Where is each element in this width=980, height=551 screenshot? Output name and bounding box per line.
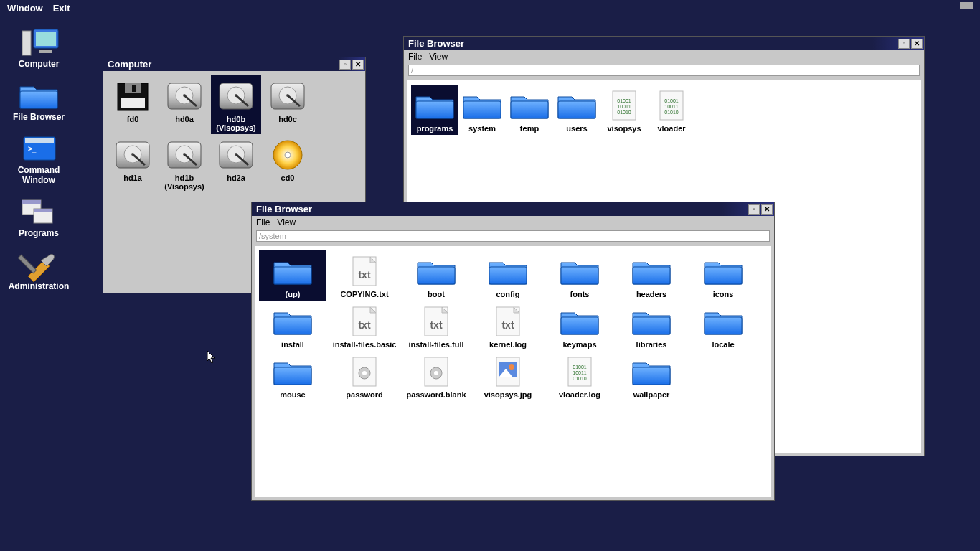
minimize-button[interactable]: ▫ <box>748 204 760 215</box>
item-kernel-log[interactable]: kernel.log <box>474 301 542 351</box>
folder-icon <box>555 87 599 123</box>
label: programs <box>417 124 453 133</box>
label: hd1b (Visopsys) <box>159 174 209 191</box>
label: COPYING.txt <box>340 290 388 298</box>
binfile-icon <box>649 87 694 123</box>
desktop-administration[interactable]: Administration <box>5 245 73 296</box>
label: Command Window <box>5 165 73 185</box>
menu-view[interactable]: View <box>429 52 448 62</box>
item-install-files-basic[interactable]: install-files.basic <box>331 301 398 351</box>
taskbar-minimize-icon[interactable] <box>960 2 973 9</box>
address-bar[interactable]: /system <box>256 230 770 242</box>
item-icons[interactable]: icons <box>689 250 757 301</box>
folder-icon <box>557 303 602 339</box>
binfile-icon <box>557 353 602 389</box>
item-system[interactable]: system <box>458 85 506 135</box>
label: install-files.full <box>408 340 463 349</box>
item-visopsys[interactable]: visopsys <box>600 85 648 135</box>
folder-icon <box>629 353 674 389</box>
item-hd0c[interactable]: hd0c <box>263 75 313 134</box>
item-headers[interactable]: headers <box>618 250 685 301</box>
close-button[interactable]: ✕ <box>761 204 773 215</box>
item-boot[interactable]: boot <box>402 250 470 301</box>
close-button[interactable]: ✕ <box>911 39 923 49</box>
item-hd0a[interactable]: hd0a <box>159 75 209 134</box>
img-icon <box>486 353 530 389</box>
cd-icon <box>265 136 310 172</box>
hdd-icon <box>214 136 258 172</box>
item-wallpaper[interactable]: wallpaper <box>618 351 685 401</box>
minimize-button[interactable]: ▫ <box>339 60 351 70</box>
label: install-files.basic <box>333 340 397 349</box>
desktop-programs[interactable]: Programs <box>5 192 73 242</box>
menu-window[interactable]: Window <box>7 3 43 14</box>
label: temp <box>520 124 539 133</box>
hdd-icon <box>214 77 258 113</box>
item-users[interactable]: users <box>553 85 600 135</box>
item-libraries[interactable]: libraries <box>618 301 685 351</box>
txt-icon <box>414 303 458 339</box>
txt-icon <box>342 303 387 339</box>
desktop-file-browser[interactable]: File Browser <box>5 76 73 126</box>
item-hd0b-visopsys-[interactable]: hd0b (Visopsys) <box>211 75 261 134</box>
item-visopsys-jpg[interactable]: visopsys.jpg <box>474 351 542 401</box>
titlebar[interactable]: File Browser ▫ ✕ <box>404 37 924 50</box>
item-keymaps[interactable]: keymaps <box>546 301 613 351</box>
item-install-files-full[interactable]: install-files.full <box>402 301 470 351</box>
label: visopsys <box>607 124 641 133</box>
item-locale[interactable]: locale <box>689 301 757 351</box>
folder-icon <box>18 77 60 112</box>
label: File Browser <box>13 112 65 122</box>
tools-icon <box>18 247 60 281</box>
hdd-icon <box>162 136 207 172</box>
item-fd0[interactable]: fd0 <box>108 75 158 134</box>
menu-file[interactable]: File <box>408 52 422 62</box>
item-vloader[interactable]: vloader <box>648 85 695 135</box>
item-copying-txt[interactable]: COPYING.txt <box>331 250 398 301</box>
menu-exit[interactable]: Exit <box>53 3 70 14</box>
label: hd2a <box>227 174 245 182</box>
folder-icon <box>629 303 674 339</box>
label: Administration <box>9 281 70 291</box>
desktop-computer[interactable]: Computer <box>5 23 73 73</box>
item-password[interactable]: password <box>331 351 398 401</box>
file-browser-content: (up)COPYING.txtbootconfigfontsheadersico… <box>255 246 771 497</box>
folder-icon <box>557 253 602 288</box>
label: locale <box>712 340 734 349</box>
hdd-icon <box>162 77 207 113</box>
titlebar[interactable]: File Browser ▫ ✕ <box>252 202 774 216</box>
topbar: Window Exit <box>0 0 980 17</box>
label: hd0a <box>175 115 194 123</box>
item-password-blank[interactable]: password.blank <box>402 351 470 401</box>
txt-icon <box>486 303 530 339</box>
item-hd2a[interactable]: hd2a <box>211 134 261 193</box>
close-button[interactable]: ✕ <box>352 60 364 70</box>
desktop-command-window[interactable]: Command Window <box>5 129 73 189</box>
label: cd0 <box>281 174 295 182</box>
label: vloader <box>657 124 685 133</box>
item-config[interactable]: config <box>474 250 542 301</box>
item-mouse[interactable]: mouse <box>259 351 326 401</box>
item-cd0[interactable]: cd0 <box>263 134 313 193</box>
label: vloader.log <box>559 390 600 399</box>
folder-icon <box>701 303 745 339</box>
minimize-button[interactable]: ▫ <box>898 39 910 49</box>
address-bar[interactable]: / <box>408 65 920 76</box>
item-install[interactable]: install <box>259 301 326 351</box>
item--up-[interactable]: (up) <box>259 250 326 301</box>
item-programs[interactable]: programs <box>411 85 458 135</box>
label: wallpaper <box>633 390 670 399</box>
label: hd0b (Visopsys) <box>211 115 261 132</box>
folder-icon <box>414 253 458 288</box>
label: password.blank <box>406 390 466 399</box>
item-fonts[interactable]: fonts <box>546 250 613 301</box>
label: hd0c <box>278 115 297 123</box>
item-vloader-log[interactable]: vloader.log <box>546 351 613 401</box>
menu-file[interactable]: File <box>256 217 270 227</box>
titlebar[interactable]: Computer ▫ ✕ <box>103 57 365 71</box>
menu-view[interactable]: View <box>277 217 296 227</box>
label: visopsys.jpg <box>484 390 532 399</box>
item-temp[interactable]: temp <box>506 85 553 135</box>
item-hd1a[interactable]: hd1a <box>108 134 158 193</box>
item-hd1b-visopsys-[interactable]: hd1b (Visopsys) <box>159 134 209 193</box>
